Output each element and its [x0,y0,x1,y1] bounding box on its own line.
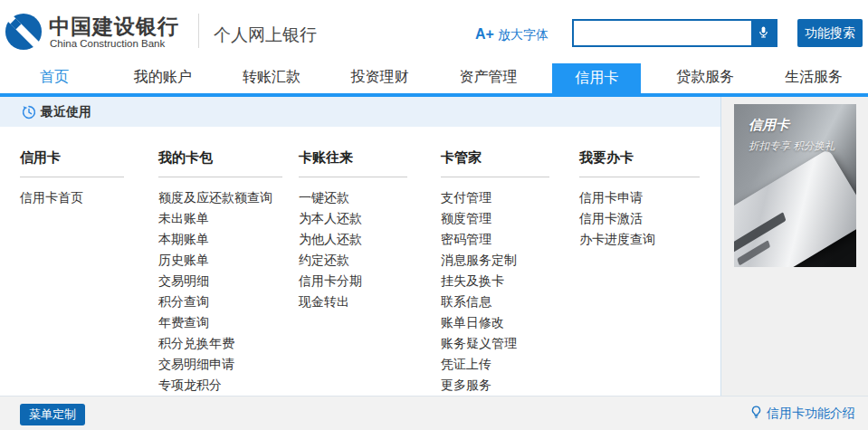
column-title: 我的卡包 [158,127,282,167]
history-clock-icon [22,105,36,119]
menu-item[interactable]: 积分查询 [158,291,282,312]
tab-home[interactable]: 首页 [0,62,109,93]
tab-transfer[interactable]: 转账汇款 [217,62,326,93]
menu-item[interactable]: 交易明细 [158,271,282,291]
menu-item[interactable]: 现金转出 [299,291,407,312]
menu-item[interactable]: 密码管理 [441,229,549,250]
menu-item[interactable]: 挂失及换卡 [441,271,549,291]
menu-item[interactable]: 年费查询 [158,312,282,333]
function-search-input[interactable] [574,21,751,45]
menu-customize-button[interactable]: 菜单定制 [20,404,85,425]
menu-item[interactable]: 信用卡激活 [579,208,700,229]
column-title: 我要办卡 [579,127,700,167]
column-title: 信用卡 [20,127,124,167]
column-title: 卡账往来 [299,127,407,167]
credit-card-mega-menu: 信用卡 信用卡首页 我的卡包 额度及应还款额查询 未出账单 本期账单 历史账单 … [0,127,720,396]
column-title: 卡管家 [441,127,549,167]
menu-item[interactable]: 账务疑义管理 [441,333,549,354]
voice-search-button[interactable] [751,21,776,45]
menu-item[interactable]: 支付管理 [441,187,549,208]
menu-item[interactable]: 交易明细申请 [158,354,282,375]
recently-used-label: 最近使用 [41,104,91,120]
menu-column-card-manager: 卡管家 支付管理 额度管理 密码管理 消息服务定制 挂失及换卡 联系信息 账单日… [441,127,549,396]
menu-item[interactable]: 消息服务定制 [441,250,549,271]
function-search-button[interactable]: 功能搜索 [797,19,863,47]
banner-title: 信用卡 [749,117,789,134]
enlarge-font-link[interactable]: A+放大字体 [475,26,548,43]
menu-item[interactable]: 积分兑换年费 [158,333,282,354]
light-bulb-icon [749,406,767,422]
portal-title: 个人网上银行 [214,24,317,47]
menu-column-credit-card: 信用卡 信用卡首页 [20,127,124,208]
menu-item[interactable]: 信用卡分期 [299,271,407,291]
header: 中国建设银行 China Construction Bank 个人网上银行 A+… [0,0,868,62]
column-divider [158,177,282,177]
menu-item[interactable]: 办卡进度查询 [579,229,700,250]
menu-item[interactable]: 本期账单 [158,229,282,250]
menu-item[interactable]: 一键还款 [299,187,407,208]
menu-item[interactable]: 未出账单 [158,208,282,229]
menu-item[interactable]: 历史账单 [158,250,282,271]
ccb-personal-banking-page: 中国建设银行 China Construction Bank 个人网上银行 A+… [0,0,868,430]
menu-item[interactable]: 为他人还款 [299,229,407,250]
menu-column-card-transactions: 卡账往来 一键还款 为本人还款 为他人还款 约定还款 信用卡分期 现金转出 [299,127,407,312]
menu-item[interactable]: 信用卡申请 [579,187,700,208]
menu-item[interactable]: 账单日修改 [441,312,549,333]
footer-bar: 菜单定制 信用卡功能介绍 [0,396,868,430]
enlarge-font-label: 放大字体 [498,27,548,42]
microphone-icon [757,25,770,42]
column-divider [299,177,407,177]
banner-subtitle: 折扣专享 积分换礼 [749,139,835,153]
header-divider [198,14,199,48]
menu-item[interactable]: 联系信息 [441,291,549,312]
tab-asset-management[interactable]: 资产管理 [434,62,543,93]
credit-card-intro-link[interactable]: 信用卡功能介绍 [749,397,855,430]
tab-investment[interactable]: 投资理财 [326,62,434,93]
tab-life-services[interactable]: 生活服务 [759,62,868,93]
ccb-logo-icon [5,13,43,51]
menu-item[interactable]: 信用卡首页 [20,187,124,208]
tab-loan-services[interactable]: 贷款服务 [651,62,759,93]
menu-item[interactable]: 专项龙积分 [158,375,282,396]
recently-used-bar: 最近使用 [0,97,720,127]
tab-credit-card[interactable]: 信用卡 [542,62,651,93]
credit-card-intro-label: 信用卡功能介绍 [767,406,855,422]
menu-item[interactable]: 额度及应还款额查询 [158,187,282,208]
menu-item[interactable]: 凭证上传 [441,354,549,375]
a-plus-icon: A+ [475,26,494,42]
main-nav: 首页 我的账户 转账汇款 投资理财 资产管理 信用卡 贷款服务 生活服务 [0,62,868,93]
credit-card-promo-banner[interactable]: 信用卡 折扣专享 积分换礼 [734,104,856,267]
column-divider [441,177,549,177]
column-divider [579,177,700,177]
menu-item[interactable]: 更多服务 [441,375,549,396]
bank-name-en: China Construction Bank [50,38,165,49]
menu-column-my-card-wallet: 我的卡包 额度及应还款额查询 未出账单 本期账单 历史账单 交易明细 积分查询 … [158,127,282,396]
search-box [572,19,777,47]
tab-my-accounts[interactable]: 我的账户 [109,62,217,93]
menu-column-apply-card: 我要办卡 信用卡申请 信用卡激活 办卡进度查询 [579,127,700,250]
right-promo-panel: 信用卡 折扣专享 积分换礼 [720,97,868,396]
menu-item[interactable]: 为本人还款 [299,208,407,229]
bank-name-cn: 中国建设银行 [49,13,179,41]
menu-item[interactable]: 额度管理 [441,208,549,229]
menu-item[interactable]: 约定还款 [299,250,407,271]
column-divider [20,177,124,177]
